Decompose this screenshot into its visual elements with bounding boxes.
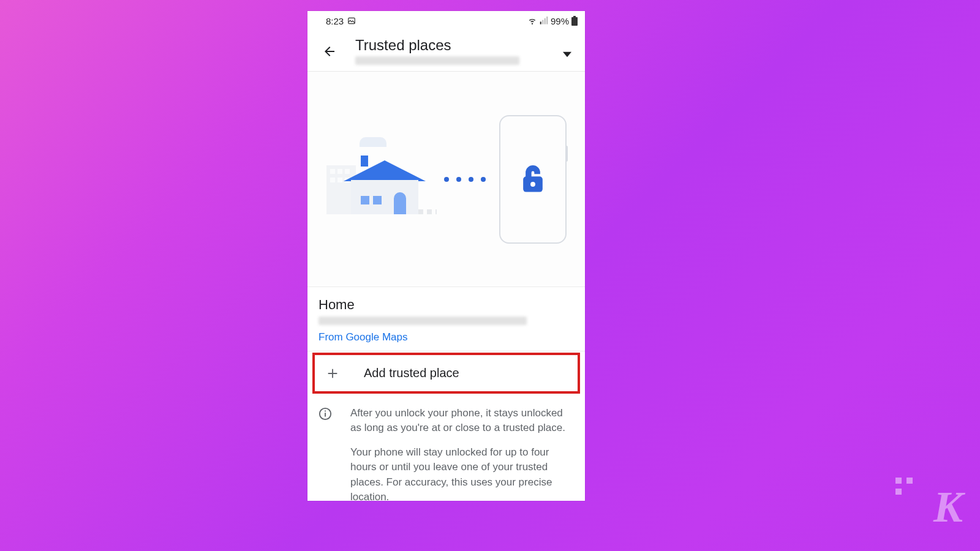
battery-text: 99%: [551, 16, 569, 26]
svg-rect-5: [573, 16, 576, 17]
place-address-redacted: [318, 317, 527, 325]
arrow-back-icon: [322, 44, 337, 59]
watermark-logo: K: [933, 482, 962, 533]
svg-rect-2: [542, 20, 543, 24]
add-trusted-place-button[interactable]: Add trusted place: [312, 353, 580, 394]
info-paragraph-1: After you unlock your phone, it stays un…: [350, 406, 571, 435]
svg-rect-1: [540, 21, 541, 24]
place-source: From Google Maps: [318, 331, 574, 343]
picture-icon: [347, 17, 356, 25]
signal-icon: [540, 17, 548, 25]
svg-rect-4: [546, 17, 548, 24]
page-title: Trusted places: [355, 37, 558, 54]
chevron-down-icon: [563, 50, 571, 59]
back-button[interactable]: [318, 40, 341, 62]
add-trusted-place-label: Add trusted place: [364, 366, 459, 380]
house-icon: [326, 133, 431, 225]
place-item-home[interactable]: Home From Google Maps: [307, 287, 585, 351]
watermark-dots: [895, 478, 913, 495]
app-bar: Trusted places: [307, 31, 585, 72]
connection-dots-icon: [444, 177, 486, 182]
svg-rect-11: [325, 411, 326, 412]
status-bar: 8:23 99%: [307, 11, 585, 31]
battery-icon: [571, 16, 578, 26]
place-title: Home: [318, 297, 574, 313]
status-time: 8:23: [326, 16, 344, 26]
phone-unlock-icon: [499, 115, 567, 244]
account-subtitle-redacted: [355, 56, 519, 65]
svg-point-8: [530, 181, 535, 186]
svg-rect-3: [545, 18, 546, 24]
svg-rect-6: [571, 17, 578, 26]
info-icon: [318, 407, 332, 501]
info-paragraph-2: Your phone will stay unlocked for up to …: [350, 445, 571, 501]
wifi-icon: [527, 17, 537, 25]
phone-screenshot: 8:23 99% Trusted places: [307, 11, 585, 501]
account-dropdown[interactable]: [558, 45, 576, 64]
unlock-icon: [521, 165, 545, 194]
hero-illustration: [307, 72, 585, 287]
svg-rect-10: [325, 413, 326, 416]
info-section: After you unlock your phone, it stays un…: [307, 395, 585, 501]
plus-icon: [326, 367, 339, 380]
